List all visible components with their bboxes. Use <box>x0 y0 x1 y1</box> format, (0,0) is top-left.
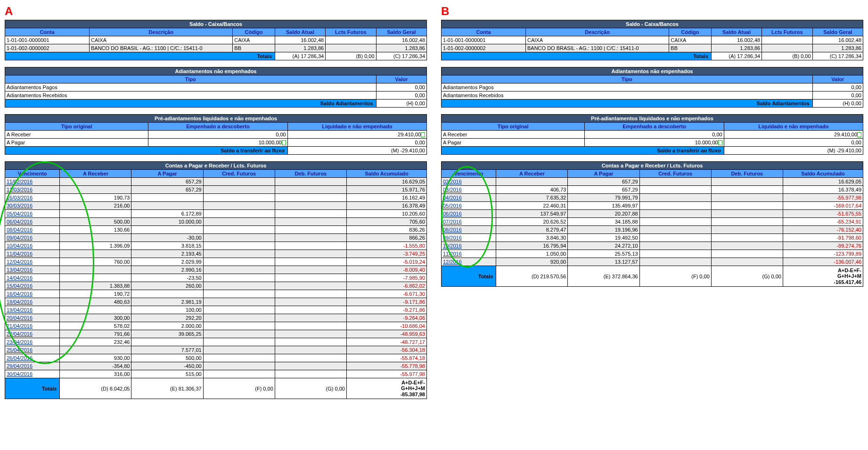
table-row-pag: 657,29 <box>568 186 639 194</box>
table-row-sal: -8.009,40 <box>346 266 426 274</box>
saldo-lcts <box>762 36 812 44</box>
table-row-deb <box>711 234 783 242</box>
adiant-valor: 0,00 <box>376 92 426 100</box>
table-row-venc[interactable]: 10/2016 <box>442 242 496 250</box>
hdr-lcts: Lcts Futuros <box>326 28 376 36</box>
table-row-cred <box>203 314 275 322</box>
table-row-venc[interactable]: 12/04/2016 <box>5 258 60 266</box>
saldo-desc: BANCO DO BRASIL - AG.: 1100 | C/C.: 1541… <box>90 44 233 52</box>
table-row-pag: 500,00 <box>131 354 203 362</box>
table-row-venc[interactable]: 05/04/2016 <box>5 210 60 218</box>
green-marker-icon <box>282 140 286 145</box>
table-row-venc[interactable]: 06/2016 <box>442 210 496 218</box>
table-row-venc[interactable]: 14/04/2016 <box>5 274 60 282</box>
table-row-venc[interactable]: 11/03/2016 <box>5 186 60 194</box>
table-row-deb <box>275 370 346 378</box>
saldo-totais-label: Totais <box>5 52 275 60</box>
table-row-venc[interactable]: 16/04/2016 <box>5 290 60 298</box>
table-row-deb <box>275 290 346 298</box>
table-row-cred <box>639 186 711 194</box>
table-row-venc[interactable]: 11/2016 <box>442 250 496 258</box>
table-row-venc[interactable]: 06/04/2016 <box>5 218 60 226</box>
hdr-pag: A Pagar <box>131 170 203 178</box>
table-row-pag: 19.196,96 <box>568 226 639 234</box>
table-row-deb <box>275 298 346 306</box>
table-row-venc[interactable]: 09/2016 <box>442 234 496 242</box>
table-row-cred <box>203 354 275 362</box>
table-row-venc[interactable]: 11/02/2016 <box>5 178 60 186</box>
table-row-venc[interactable]: 13/04/2016 <box>5 266 60 274</box>
table-row-rec: 190,72 <box>60 290 131 298</box>
pre-liq: 29.410,00 <box>724 131 863 139</box>
table-row-sal: 705,60 <box>346 218 426 226</box>
table-row-cred <box>639 218 711 226</box>
table-row-rec <box>60 306 131 314</box>
saldo-desc: CAIXA <box>90 36 233 44</box>
table-row-pag: 79.991,79 <box>568 194 639 202</box>
table-row-venc[interactable]: 23/04/2016 <box>5 338 60 346</box>
table-row-venc[interactable]: 30/04/2016 <box>5 370 60 378</box>
adiant-valor: 0,00 <box>812 92 863 100</box>
table-row-venc[interactable]: 04/2016 <box>442 194 496 202</box>
hdr-sgeral: Saldo Geral <box>376 28 426 36</box>
table-row-venc[interactable]: 10/04/2016 <box>5 242 60 250</box>
table-row-venc[interactable]: 05/2016 <box>442 202 496 210</box>
table-row-venc[interactable]: 08/2016 <box>442 226 496 234</box>
saldo-satual: 16.002,48 <box>711 36 762 44</box>
table-row-cred <box>203 218 275 226</box>
table-row-cred <box>203 346 275 354</box>
table-row-deb <box>275 178 346 186</box>
table-row-sal: -9.271,86 <box>346 306 426 314</box>
table-row-rec: 130,66 <box>60 226 131 234</box>
hdr-pre-tipo: Tipo original <box>5 123 148 131</box>
table-row-sal: -5.019,24 <box>346 258 426 266</box>
saldo-lcts <box>762 44 812 52</box>
table-row-venc[interactable]: 21/04/2016 <box>5 322 60 330</box>
table-row-rec: 1.396,09 <box>60 242 131 250</box>
pre-emp: 10.000,00 <box>148 139 287 147</box>
table-row-rec <box>496 178 568 186</box>
hdr-rec: A Receber <box>60 170 131 178</box>
table-row-deb <box>275 202 346 210</box>
table-row-pag: 20.207,88 <box>568 210 639 218</box>
table-row-venc[interactable]: 29/04/2016 <box>5 362 60 370</box>
table-row-pag <box>131 194 203 202</box>
table-row-pag <box>131 226 203 234</box>
table-row-venc[interactable]: 11/04/2016 <box>5 250 60 258</box>
saldo-table-a: Saldo - Caixa/Bancos Conta Descrição Cód… <box>5 20 427 60</box>
table-row-cred <box>203 202 275 210</box>
pre-tipo: A Pagar <box>442 139 585 147</box>
table-row-sal: -91.798,60 <box>783 234 863 242</box>
table-row-sal: -56.304,18 <box>346 346 426 354</box>
table-row-pag: 39.065,25 <box>131 330 203 338</box>
table-row-venc[interactable]: 18/04/2016 <box>5 298 60 306</box>
table-row-venc[interactable]: 30/03/2016 <box>5 202 60 210</box>
table-row-rec: 930,00 <box>60 354 131 362</box>
table-row-pag: 19.492,50 <box>568 234 639 242</box>
table-row-venc[interactable]: 12/2016 <box>442 258 496 266</box>
panel-b: B Saldo - Caixa/Bancos Conta Descrição C… <box>441 5 863 406</box>
hdr-conta: Conta <box>5 28 90 36</box>
saldo-cod: BB <box>669 44 712 52</box>
table-row-venc[interactable]: 20/04/2016 <box>5 314 60 322</box>
table-row-venc[interactable]: 15/04/2016 <box>5 282 60 290</box>
table-row-venc[interactable]: 16/03/2016 <box>5 194 60 202</box>
table-row-venc[interactable]: 26/04/2016 <box>5 354 60 362</box>
saldo-table-b: Saldo - Caixa/Bancos Conta Descrição Cód… <box>441 20 863 60</box>
table-row-venc[interactable]: 19/04/2016 <box>5 306 60 314</box>
table-row-pag <box>131 338 203 346</box>
table-row-venc[interactable]: 09/04/2016 <box>5 234 60 242</box>
table-row-venc[interactable]: 25/04/2016 <box>5 346 60 354</box>
table-row-pag: 24.272,10 <box>568 242 639 250</box>
table-row-deb <box>275 210 346 218</box>
table-row-sal: -7.985,90 <box>346 274 426 282</box>
table-row-venc[interactable]: 07/2016 <box>442 218 496 226</box>
table-row-venc[interactable]: 02/2016 <box>442 178 496 186</box>
table-row-venc[interactable]: 22/04/2016 <box>5 330 60 338</box>
table-row-rec: 20.626,52 <box>496 218 568 226</box>
table-row-pag: -30,00 <box>131 234 203 242</box>
table-row-rec: 791,66 <box>60 330 131 338</box>
hdr-pre-emp: Empenhado a descoberto <box>148 123 287 131</box>
table-row-venc[interactable]: 03/2016 <box>442 186 496 194</box>
table-row-venc[interactable]: 08/04/2016 <box>5 226 60 234</box>
